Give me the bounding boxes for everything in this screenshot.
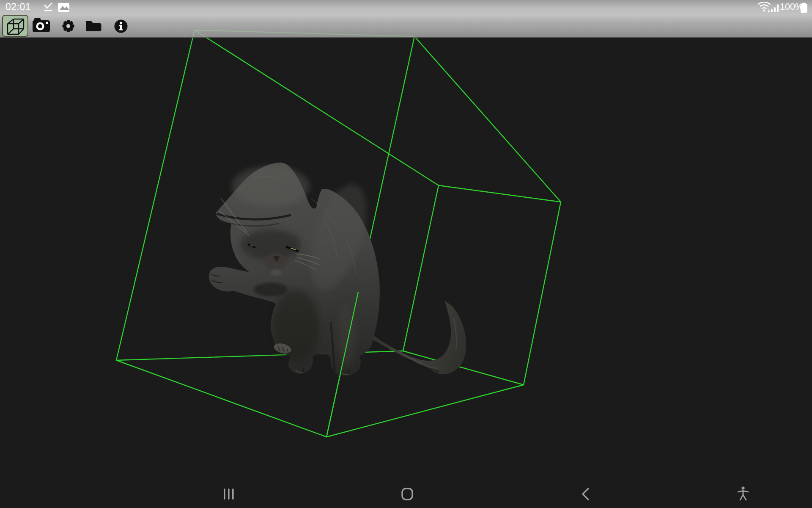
check-underline-icon [42,2,55,14]
info-icon [114,19,128,33]
cube-edge-DA [195,30,439,185]
back-icon [581,487,590,501]
cube-edge-FG [326,385,524,437]
camera-icon [32,17,51,33]
recents-icon [223,488,234,500]
photo-notification-icon [58,3,70,13]
top-bar: 02:01 100% [0,0,812,38]
cube-edge-DH [403,185,439,351]
signal-strength-icon [771,3,780,12]
settings-button[interactable] [59,17,78,35]
battery-percent: 100% [780,0,803,14]
cube-edge-CD [439,185,561,202]
status-time: 02:01 [5,0,31,14]
cube-edge-BC [414,36,561,202]
battery-icon [800,3,808,13]
cube-edge-CG [524,202,561,385]
model-viewport[interactable] [0,0,812,508]
home-button[interactable] [397,484,417,504]
camera-button[interactable] [32,17,51,33]
cat-model [209,163,466,375]
about-info-button[interactable] [114,19,128,33]
folder-icon [85,19,102,32]
app-screen: 02:01 100% [0,0,812,508]
cube-wireframe-icon [3,16,29,38]
gear-icon [59,17,78,35]
cube-edge-AE [116,30,195,360]
open-file-button[interactable] [85,19,102,32]
wireframe-mode-button[interactable] [2,15,28,37]
accessibility-icon [736,486,750,501]
accessibility-button[interactable] [733,483,753,503]
home-icon [401,488,413,500]
recents-button[interactable] [219,484,239,504]
back-button[interactable] [575,484,595,504]
